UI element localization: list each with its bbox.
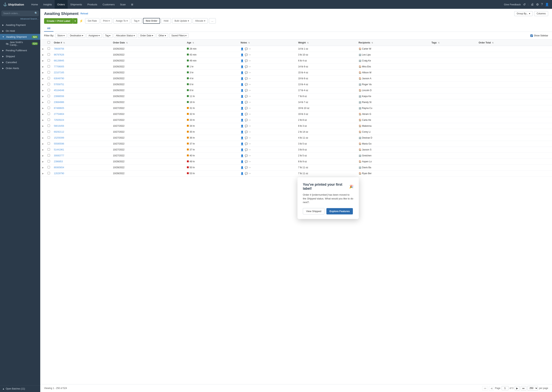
nav-insights[interactable]: Insights [41,0,55,9]
order-link[interactable]: 22107165 [54,71,64,74]
row-order-number[interactable]: 27754804 [52,111,111,117]
order-link[interactable]: 78939756 [54,48,64,50]
notes-comment-icon[interactable]: 💬 [245,148,248,151]
row-select-checkbox[interactable] [48,166,50,168]
row-order-number[interactable]: 96797626 [52,52,111,58]
row-checkbox[interactable] [46,82,52,87]
row-select-checkbox[interactable] [48,65,50,68]
explore-features-button[interactable]: Explore Features [327,208,353,214]
lightning-button[interactable]: ⚡ [79,18,84,24]
give-feedback-link[interactable]: Give Feedback [504,3,521,6]
notes-comment-icon[interactable]: 💬 [245,136,248,139]
notes-user-icon[interactable]: 👤 [240,148,244,151]
row-order-number[interactable]: 45164048 [52,87,111,93]
filter-order-date[interactable]: Order Date ▾ [138,33,155,38]
notes-edit-icon[interactable]: ✏ [249,113,251,116]
tab-all[interactable]: All [44,25,53,32]
notes-user-icon[interactable]: 👤 [240,95,244,98]
order-link[interactable]: 89365654 [54,166,64,169]
row-expand[interactable]: ▶ [40,153,46,159]
last-page-button[interactable]: ⏭ [521,386,526,391]
notes-comment-icon[interactable]: 💬 [245,101,248,104]
notes-comment-icon[interactable]: 💬 [245,107,248,110]
notes-edit-icon[interactable]: ✏ [249,65,251,68]
notes-user-icon[interactable]: 👤 [240,53,244,56]
notes-edit-icon[interactable]: ✏ [249,48,251,50]
notes-user-icon[interactable]: 👤 [240,101,244,104]
order-link[interactable]: 15259399 [54,136,64,139]
order-link[interactable]: 66139945 [54,59,64,62]
new-order-button[interactable]: New Order [143,18,160,24]
sidebar-item-pending-fulfillment[interactable]: ▶ Pending Fulfillment [0,48,40,53]
show-sidebar-checkbox[interactable] [530,35,533,37]
order-link[interactable]: 77706005 [54,65,64,68]
row-checkbox[interactable] [46,123,52,129]
order-link[interactable]: 23996556 [54,95,64,98]
row-expand[interactable]: ▶ [40,111,46,117]
row-order-number[interactable]: 30083777 [52,153,111,159]
row-order-number[interactable]: 63049790 [52,76,111,82]
notes-user-icon[interactable]: 👤 [240,166,244,169]
print-button[interactable]: Print ▾ [101,18,112,24]
row-expand[interactable]: ▶ [40,117,46,123]
notes-user-icon[interactable]: 👤 [240,125,244,127]
row-select-checkbox[interactable] [48,95,50,97]
sidebar-item-order-alerts[interactable]: ▶ Order Alerts [0,65,40,71]
refresh-icon[interactable]: ↺ [523,3,526,6]
more-button[interactable]: ... [209,18,216,24]
advanced-search-link[interactable]: Advanced Search... [20,18,39,20]
row-order-number[interactable]: 58016456 [52,123,111,129]
row-order-number[interactable]: 78939756 [52,46,111,52]
row-checkbox[interactable] [46,129,52,135]
notes-edit-icon[interactable]: ✏ [249,166,251,169]
notes-user-icon[interactable]: 👤 [240,71,244,74]
th-tags[interactable]: Tags ⇅ [429,40,477,46]
row-select-checkbox[interactable] [48,71,50,73]
print-icon[interactable]: 🖨 [531,3,534,6]
notes-comment-icon[interactable]: 💬 [245,172,248,175]
assign-to-button[interactable]: Assign To ▾ [113,18,130,24]
order-link[interactable]: 72505024 [54,119,64,121]
nav-scan[interactable]: Scan [117,0,128,9]
settings-icon[interactable]: ⚙ [536,3,539,6]
row-order-number[interactable]: 87488605 [52,105,111,111]
notes-comment-icon[interactable]: 💬 [245,83,248,86]
nav-home[interactable]: Home [29,0,41,9]
row-order-number[interactable]: 55585596 [52,141,111,147]
notes-edit-icon[interactable]: ✏ [249,172,251,175]
notes-comment-icon[interactable]: 💬 [245,65,248,68]
row-checkbox[interactable] [46,171,52,176]
notes-edit-icon[interactable]: ✏ [249,148,251,151]
row-expand[interactable]: ▶ [40,165,46,171]
order-link[interactable]: 23684986 [54,101,64,104]
row-select-checkbox[interactable] [48,89,50,91]
th-order-total[interactable]: Order Total ⇅ [477,40,552,46]
notes-user-icon[interactable]: 👤 [240,172,244,175]
row-select-checkbox[interactable] [48,160,50,162]
row-select-checkbox[interactable] [48,83,50,85]
row-checkbox[interactable] [46,135,52,141]
order-link[interactable]: 63049790 [54,77,64,80]
sidebar-bottom-open-batches[interactable]: ▲ Open Batches (11) [0,385,40,392]
notes-user-icon[interactable]: 👤 [240,83,244,86]
reload-link[interactable]: Reload [80,12,88,15]
notes-edit-icon[interactable]: ✏ [249,71,251,74]
row-order-number[interactable]: 69292112 [52,129,111,135]
row-checkbox[interactable] [46,111,52,117]
first-page-button[interactable]: ⏮ [482,386,488,391]
row-order-number[interactable]: 23996556 [52,93,111,99]
row-order-number[interactable]: 77706005 [52,64,111,70]
notes-user-icon[interactable]: 👤 [240,77,244,80]
notes-comment-icon[interactable]: 💬 [245,125,248,127]
row-order-number[interactable]: 22107165 [52,70,111,76]
notes-user-icon[interactable]: 👤 [240,89,244,92]
row-select-checkbox[interactable] [48,59,50,62]
th-age[interactable]: Age ⇅ [185,40,239,46]
notes-edit-icon[interactable]: ✏ [249,154,251,157]
row-expand[interactable]: ▶ [40,171,46,176]
notes-edit-icon[interactable]: ✏ [249,160,251,163]
row-expand[interactable]: ▶ [40,135,46,141]
row-select-checkbox[interactable] [48,77,50,79]
nav-products[interactable]: Products [85,0,100,9]
notes-comment-icon[interactable]: 💬 [245,59,248,62]
